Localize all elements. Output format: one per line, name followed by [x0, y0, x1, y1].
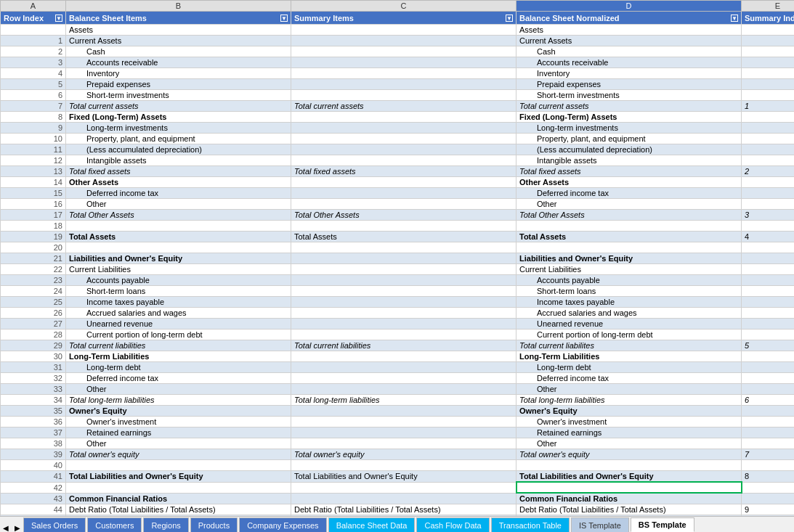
cell-balance-sheet-normalized[interactable]: Total fixed assets — [516, 166, 742, 177]
cell-balance-sheet-item[interactable]: Property, plant, and equipment — [66, 134, 291, 144]
cell-balance-sheet-item[interactable]: Total Other Assets — [66, 210, 291, 221]
cell-balance-sheet-normalized[interactable]: Other Assets — [516, 177, 742, 188]
cell-summary-item[interactable] — [291, 79, 516, 90]
cell-row-index[interactable]: 14 — [1, 177, 66, 188]
cell-balance-sheet-normalized[interactable]: Short-term loans — [516, 286, 742, 297]
tab-nav-left[interactable]: ◀ — [0, 524, 12, 532]
cell-summary-item[interactable] — [291, 134, 516, 144]
cell-row-index[interactable]: 22 — [1, 264, 66, 275]
cell-balance-sheet-item[interactable]: Common Financial Ratios — [66, 493, 291, 504]
cell-balance-sheet-normalized[interactable]: Liabilities and Owner's Equity — [516, 253, 742, 264]
cell-row-index[interactable]: 38 — [1, 438, 66, 449]
cell-row-index[interactable]: 33 — [1, 384, 66, 395]
cell-balance-sheet-item[interactable]: Long-Term Liabilities — [66, 351, 291, 362]
cell-summary-item[interactable] — [291, 460, 516, 471]
cell-balance-sheet-normalized[interactable]: Other — [516, 438, 742, 449]
cell-summary-index[interactable] — [742, 297, 795, 308]
cell-row-index[interactable]: 18 — [1, 221, 66, 232]
cell-balance-sheet-normalized[interactable]: Owner's Equity — [516, 406, 742, 417]
cell-balance-sheet-normalized[interactable]: Accounts payable — [516, 275, 742, 286]
cell-balance-sheet-item[interactable]: Accrued salaries and wages — [66, 308, 291, 319]
cell-summary-index[interactable] — [742, 123, 795, 134]
cell-row-index[interactable]: 26 — [1, 308, 66, 319]
cell-balance-sheet-normalized[interactable]: Total owner's equity — [516, 449, 742, 460]
cell-summary-index[interactable] — [742, 351, 795, 362]
cell-summary-index[interactable]: 9 — [742, 504, 795, 515]
tab-regions[interactable]: Regions — [143, 517, 188, 532]
tab-is-template[interactable]: IS Template — [571, 517, 629, 532]
cell-balance-sheet-item[interactable]: (Less accumulated depreciation) — [66, 144, 291, 155]
cell-balance-sheet-item[interactable]: Owner's investment — [66, 417, 291, 427]
cell-summary-index[interactable] — [742, 460, 795, 471]
cell-summary-index[interactable] — [742, 242, 795, 253]
cell-balance-sheet-item[interactable]: Deferred income tax — [66, 188, 291, 199]
cell-balance-sheet-item[interactable]: Liabilities and Owner's Equity — [66, 253, 291, 264]
cell-balance-sheet-item[interactable]: Current Assets — [66, 36, 291, 46]
cell-balance-sheet-item[interactable]: Intangible assets — [66, 155, 291, 166]
cell-balance-sheet-item[interactable]: Total current assets — [66, 101, 291, 112]
cell-balance-sheet-normalized[interactable]: Deferred income tax — [516, 373, 742, 384]
cell-balance-sheet-normalized[interactable]: Accounts receivable — [516, 57, 742, 68]
cell-summary-item[interactable] — [291, 427, 516, 438]
cell-summary-index[interactable] — [742, 68, 795, 79]
cell-row-index[interactable]: 36 — [1, 417, 66, 427]
header-balance-sheet-items[interactable]: Balance Sheet Items ▼ — [66, 12, 291, 25]
cell-row-index[interactable]: 19 — [1, 232, 66, 242]
cell-row-index[interactable]: 1 — [1, 36, 66, 46]
cell-balance-sheet-normalized[interactable]: Total current liabilites — [516, 340, 742, 351]
cell-summary-index[interactable] — [742, 493, 795, 504]
cell-balance-sheet-normalized[interactable] — [516, 221, 742, 232]
cell-summary-item[interactable] — [291, 438, 516, 449]
cell-summary-item[interactable] — [291, 384, 516, 395]
cell-summary-item[interactable] — [291, 46, 516, 57]
cell-summary-index[interactable]: 7 — [742, 449, 795, 460]
tab-products[interactable]: Products — [190, 517, 238, 532]
cell-row-index[interactable]: 12 — [1, 155, 66, 166]
cell-balance-sheet-item[interactable]: Other — [66, 384, 291, 395]
cell-balance-sheet-normalized[interactable] — [516, 482, 742, 493]
cell-summary-item[interactable]: Total Assets — [291, 232, 516, 242]
cell-balance-sheet-item[interactable] — [66, 242, 291, 253]
cell-row-index[interactable]: 32 — [1, 373, 66, 384]
cell-balance-sheet-item[interactable]: Total long-term liabilities — [66, 395, 291, 406]
cell-summary-item[interactable] — [291, 362, 516, 373]
cell-summary-item[interactable] — [291, 221, 516, 232]
cell-summary-index[interactable] — [742, 199, 795, 210]
header-balance-sheet-normalized[interactable]: Balance Sheet Normalized ▼ — [516, 12, 742, 25]
cell-summary-item[interactable]: Total long-term liabilities — [291, 395, 516, 406]
filter-icon-c[interactable]: ▼ — [506, 15, 513, 22]
cell-balance-sheet-item[interactable]: Deferred income tax — [66, 373, 291, 384]
cell-balance-sheet-item[interactable]: Other Assets — [66, 177, 291, 188]
cell-balance-sheet-item[interactable]: Short-term investments — [66, 90, 291, 101]
cell-summary-item[interactable] — [291, 417, 516, 427]
cell-summary-index[interactable] — [742, 417, 795, 427]
cell-balance-sheet-item[interactable] — [66, 221, 291, 232]
cell-summary-index[interactable] — [742, 112, 795, 123]
cell-summary-item[interactable]: Total Other Assets — [291, 210, 516, 221]
cell-row-index[interactable]: 41 — [1, 471, 66, 483]
cell-summary-index[interactable] — [742, 36, 795, 46]
tab-company-expenses[interactable]: Company Expenses — [239, 517, 326, 532]
cell-summary-index[interactable] — [742, 134, 795, 144]
cell-balance-sheet-normalized[interactable]: Long-term debt — [516, 362, 742, 373]
cell-row-index[interactable]: 31 — [1, 362, 66, 373]
cell-row-index[interactable]: 11 — [1, 144, 66, 155]
cell-summary-item[interactable] — [291, 25, 516, 36]
cell-summary-index[interactable] — [742, 330, 795, 340]
cell-summary-item[interactable] — [291, 275, 516, 286]
cell-balance-sheet-normalized[interactable]: Property, plant, and equipment — [516, 134, 742, 144]
cell-row-index[interactable]: 42 — [1, 482, 66, 493]
cell-summary-item[interactable] — [291, 319, 516, 330]
cell-balance-sheet-item[interactable]: Total fixed assets — [66, 166, 291, 177]
cell-row-index[interactable]: 6 — [1, 90, 66, 101]
tab-balance-sheet-data[interactable]: Balance Sheet Data — [328, 517, 416, 532]
cell-balance-sheet-normalized[interactable] — [516, 242, 742, 253]
tab-sales-orders[interactable]: Sales Orders — [23, 517, 86, 532]
cell-balance-sheet-normalized[interactable]: (Less accumulated depreciation) — [516, 144, 742, 155]
cell-row-index[interactable]: 34 — [1, 395, 66, 406]
cell-balance-sheet-item[interactable]: Other — [66, 199, 291, 210]
cell-summary-item[interactable]: Debt Ratio (Total Liabilities / Total As… — [291, 504, 516, 515]
cell-balance-sheet-item[interactable]: Debt Ratio (Total Liabilities / Total As… — [66, 504, 291, 515]
cell-summary-item[interactable] — [291, 57, 516, 68]
cell-balance-sheet-normalized[interactable] — [516, 460, 742, 471]
